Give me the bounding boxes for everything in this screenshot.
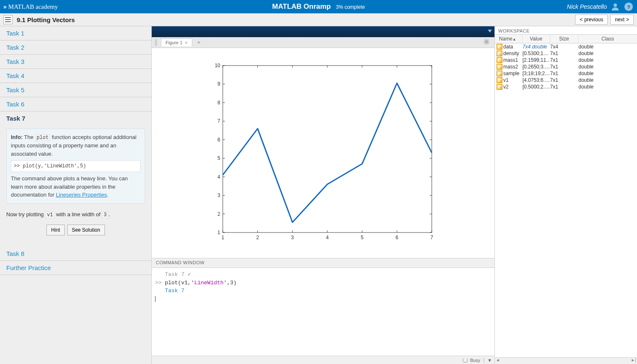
figure-banner	[152, 26, 494, 37]
variable-icon	[497, 84, 502, 90]
logo-mark-icon: »	[3, 3, 7, 10]
svg-text:10: 10	[215, 63, 221, 68]
svg-text:4: 4	[217, 174, 220, 179]
ws-var-row[interactable]: v2[0.5000;2.…7x1double	[495, 83, 637, 90]
previous-label: previous	[584, 17, 603, 23]
help-icon[interactable]: ?	[624, 2, 634, 12]
ws-var-row[interactable]: data7x4 double7x4double	[495, 43, 637, 50]
variable-icon	[497, 51, 502, 56]
svg-text:8: 8	[217, 99, 220, 105]
svg-text:4: 4	[326, 235, 329, 240]
figure-tab[interactable]: Figure 1 ×	[161, 38, 192, 46]
variable-icon	[497, 57, 502, 63]
ws-col-class[interactable]: Class	[578, 35, 637, 43]
status-menu-icon[interactable]: ▼	[487, 358, 491, 363]
course-progress: 3% complete	[336, 4, 365, 10]
svg-text:6: 6	[217, 136, 220, 142]
svg-text:?: ?	[627, 5, 630, 10]
course-center: MATLAB Onramp 3% complete	[272, 3, 365, 11]
svg-text:3: 3	[217, 192, 220, 198]
ws-var-row[interactable]: mass2[0.2650;3.…7x1double	[495, 63, 637, 70]
command-window[interactable]: Task 7 ✓>> plot(v1,'LineWidth',3) Task 7	[152, 268, 494, 356]
svg-text:2: 2	[217, 211, 220, 217]
course-title: MATLAB Onramp	[272, 3, 331, 11]
user-icon[interactable]	[610, 2, 620, 12]
see-solution-button[interactable]: See Solution	[67, 225, 105, 235]
plot-area: 123456789101234567	[152, 48, 494, 258]
svg-point-0	[614, 3, 617, 7]
svg-text:5: 5	[361, 235, 364, 240]
svg-line-9	[488, 43, 489, 44]
svg-text:7: 7	[431, 235, 433, 240]
cmd-line: Task 7 ✓	[155, 270, 491, 279]
section-bar: 9.1 Plotting Vectors <previous next>	[0, 13, 637, 26]
workspace-rows: data7x4 double7x4doubledensity[0.5300;1……	[495, 43, 637, 357]
svg-text:6: 6	[395, 235, 398, 240]
ws-var-row[interactable]: mass1[2.1599;11…7x1double	[495, 57, 637, 63]
task-item[interactable]: Task 1	[0, 26, 151, 40]
task-item[interactable]: Task 2	[0, 40, 151, 55]
svg-line-10	[484, 43, 485, 44]
info-box: Info: The plot function accepts optional…	[6, 129, 145, 204]
svg-point-3	[486, 41, 488, 43]
figure-tab-bar: Figure 1 × +	[152, 37, 494, 48]
task-item[interactable]: Further Practice	[0, 261, 151, 275]
workspace-title: WORKSPACE	[495, 26, 637, 35]
workspace-panel: WORKSPACE Name▲ Value Size Class data7x4…	[494, 26, 637, 364]
menu-icon[interactable]	[3, 15, 13, 24]
variable-icon	[497, 71, 502, 76]
ws-col-name[interactable]: Name▲	[495, 35, 522, 43]
hint-button[interactable]: Hint	[46, 225, 64, 235]
svg-text:2: 2	[256, 235, 259, 240]
chevron-right-icon: >	[626, 17, 629, 23]
gear-icon[interactable]	[484, 39, 489, 46]
username-label: Nick Pescatello	[567, 3, 607, 10]
workspace-scrollbar[interactable]	[495, 357, 637, 364]
task-item[interactable]: Task 6	[0, 97, 151, 111]
chevron-left-icon: <	[580, 17, 583, 23]
ws-var-row[interactable]: density[0.5300;1…7x1double	[495, 50, 637, 57]
svg-text:3: 3	[291, 235, 294, 240]
status-divider	[484, 357, 484, 363]
section-title: 9.1 Plotting Vectors	[17, 16, 75, 23]
svg-text:5: 5	[217, 155, 220, 161]
previous-button[interactable]: <previous	[575, 15, 608, 25]
task-instruction: Now try plotting v1 with a line width of…	[6, 207, 145, 222]
ws-col-size[interactable]: Size	[550, 35, 578, 43]
variable-icon	[497, 77, 502, 83]
ws-col-value[interactable]: Value	[522, 35, 550, 43]
task-item[interactable]: Task 5	[0, 83, 151, 97]
add-tab-icon[interactable]: +	[195, 38, 203, 46]
drag-grip-icon[interactable]	[155, 39, 158, 46]
ws-var-row[interactable]: sample[3;18;19;2…7x1double	[495, 70, 637, 77]
sort-asc-icon: ▲	[512, 37, 516, 41]
next-label: next	[615, 17, 624, 23]
logo-sub: academy	[36, 3, 58, 10]
status-text: Busy	[470, 358, 480, 363]
logo-name: MATLAB	[8, 3, 34, 10]
lineseries-link[interactable]: Lineseries Properties	[56, 192, 107, 198]
variable-icon	[497, 44, 502, 50]
figure-tab-label: Figure 1	[166, 40, 182, 45]
task-item[interactable]: Task 4	[0, 69, 151, 83]
task-item[interactable]: Task 7	[0, 111, 151, 125]
tab-close-icon[interactable]: ×	[185, 40, 187, 45]
svg-text:1: 1	[217, 230, 220, 235]
cmd-line: Task 7	[155, 287, 491, 295]
cmd-line: >> plot(v1,'LineWidth',3)	[155, 279, 491, 287]
logo-text: MATLAB academy	[8, 3, 58, 10]
svg-text:1: 1	[222, 235, 224, 240]
task-item[interactable]: Task 3	[0, 55, 151, 69]
workspace-table-header: Name▲ Value Size Class	[495, 35, 637, 43]
ws-var-row[interactable]: v1[4.0753;6.…7x1double	[495, 77, 637, 83]
svg-line-11	[488, 40, 489, 40]
task-item[interactable]: Task 8	[0, 247, 151, 261]
app-header: » MATLAB academy MATLAB Onramp 3% comple…	[0, 0, 637, 13]
next-button[interactable]: next>	[610, 15, 634, 25]
busy-spinner-icon	[463, 358, 468, 363]
svg-line-8	[484, 40, 485, 40]
code-example: >> plot(y,'LineWidth',5)	[11, 160, 140, 172]
variable-icon	[497, 64, 502, 70]
svg-text:9: 9	[217, 81, 220, 87]
line-chart: 123456789101234567	[206, 61, 440, 245]
